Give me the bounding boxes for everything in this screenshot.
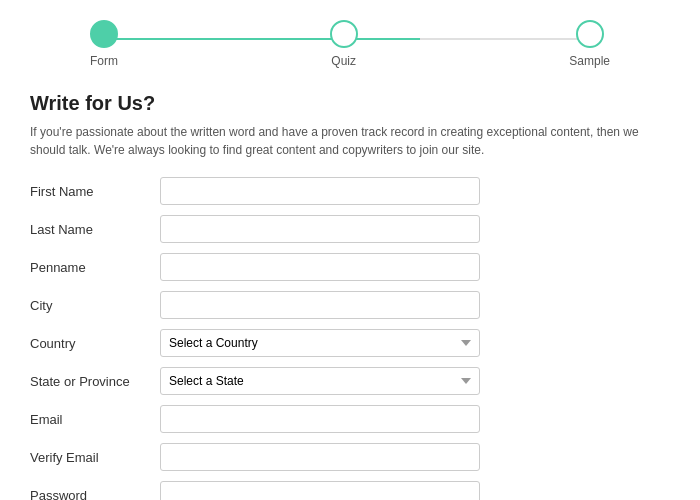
email-row: Email bbox=[30, 405, 670, 433]
country-select[interactable]: Select a Country United States Canada Un… bbox=[160, 329, 480, 357]
step-sample[interactable]: Sample bbox=[569, 20, 610, 68]
password-label: Password bbox=[30, 488, 160, 501]
state-label: State or Province bbox=[30, 374, 160, 389]
first-name-label: First Name bbox=[30, 184, 160, 199]
city-input[interactable] bbox=[160, 291, 480, 319]
verify-email-row: Verify Email bbox=[30, 443, 670, 471]
last-name-row: Last Name bbox=[30, 215, 670, 243]
verify-email-label: Verify Email bbox=[30, 450, 160, 465]
country-row: Country Select a Country United States C… bbox=[30, 329, 670, 357]
penname-input[interactable] bbox=[160, 253, 480, 281]
city-row: City bbox=[30, 291, 670, 319]
state-row: State or Province Select a State Alabama… bbox=[30, 367, 670, 395]
last-name-label: Last Name bbox=[30, 222, 160, 237]
write-for-us-form: First Name Last Name Penname City Countr… bbox=[30, 177, 670, 500]
first-name-input[interactable] bbox=[160, 177, 480, 205]
first-name-row: First Name bbox=[30, 177, 670, 205]
penname-label: Penname bbox=[30, 260, 160, 275]
country-label: Country bbox=[30, 336, 160, 351]
email-input[interactable] bbox=[160, 405, 480, 433]
password-row: Password bbox=[30, 481, 670, 500]
step-quiz[interactable]: Quiz bbox=[330, 20, 358, 68]
page-title: Write for Us? bbox=[30, 92, 670, 115]
progress-bar: Form Quiz Sample bbox=[30, 20, 670, 68]
step-circle-sample bbox=[576, 20, 604, 48]
step-label-sample: Sample bbox=[569, 54, 610, 68]
password-input[interactable] bbox=[160, 481, 480, 500]
penname-row: Penname bbox=[30, 253, 670, 281]
page-description: If you're passionate about the written w… bbox=[30, 123, 670, 159]
step-label-form: Form bbox=[90, 54, 118, 68]
city-label: City bbox=[30, 298, 160, 313]
step-form[interactable]: Form bbox=[90, 20, 118, 68]
state-select[interactable]: Select a State Alabama Alaska Arizona Ca… bbox=[160, 367, 480, 395]
email-label: Email bbox=[30, 412, 160, 427]
step-circle-form bbox=[90, 20, 118, 48]
last-name-input[interactable] bbox=[160, 215, 480, 243]
verify-email-input[interactable] bbox=[160, 443, 480, 471]
step-circle-quiz bbox=[330, 20, 358, 48]
progress-steps: Form Quiz Sample bbox=[90, 20, 610, 68]
step-label-quiz: Quiz bbox=[331, 54, 356, 68]
